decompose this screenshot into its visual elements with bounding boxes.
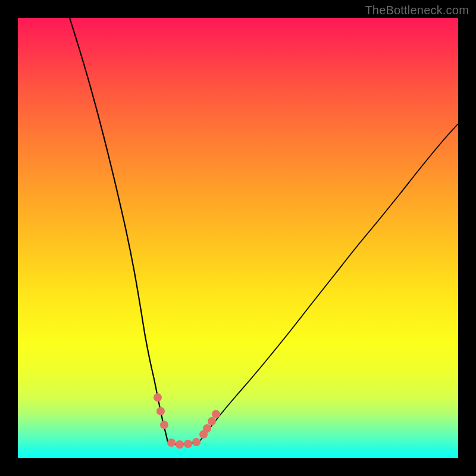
- marker-dot: [192, 438, 201, 446]
- marker-dot: [154, 393, 162, 402]
- marker-dot: [167, 439, 176, 447]
- marker-dot: [208, 417, 216, 425]
- marker-dot: [203, 424, 211, 433]
- chart-svg: [18, 18, 458, 458]
- watermark-text: TheBottleneck.com: [365, 4, 469, 17]
- marker-dot: [184, 440, 192, 448]
- marker-dot: [176, 440, 184, 449]
- chart-plot-area: [18, 18, 458, 458]
- marker-group: [154, 393, 220, 449]
- marker-dot: [156, 407, 165, 415]
- marker-dot: [160, 421, 168, 429]
- marker-dot: [212, 410, 220, 418]
- left-curve-line: [70, 18, 168, 442]
- right-curve-line: [199, 124, 458, 442]
